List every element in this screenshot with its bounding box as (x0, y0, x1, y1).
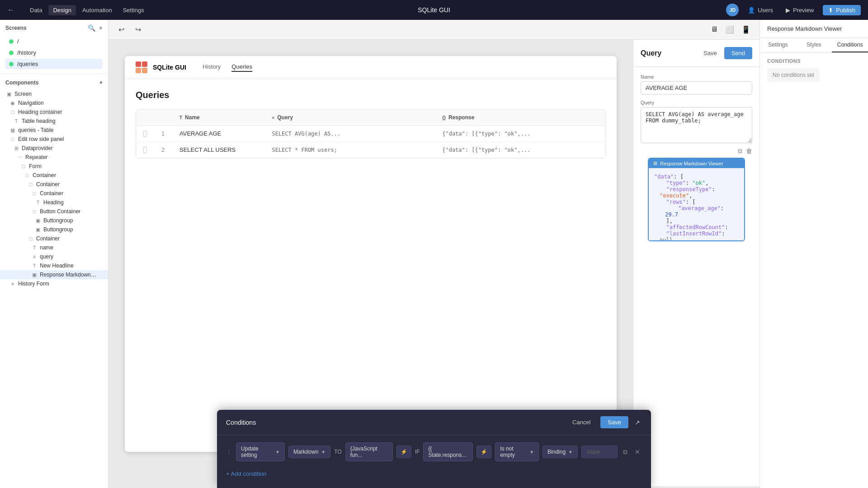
screen-item-queries[interactable]: /queries (5, 59, 103, 69)
value-field[interactable]: Value (581, 446, 618, 458)
tab-styles[interactable]: Styles (796, 38, 832, 52)
tab-conditions[interactable]: Conditions (832, 38, 868, 52)
screen-dot (9, 39, 14, 44)
redo-button[interactable]: ↪ (132, 24, 144, 35)
nav-tab-automation[interactable]: Automation (78, 5, 117, 15)
back-button[interactable]: ← (7, 6, 14, 14)
copy-icon[interactable]: ⧉ (738, 147, 742, 155)
tree-item-name[interactable]: T name (0, 243, 108, 252)
operator-select[interactable]: Is not empty ▼ (495, 442, 539, 461)
table-row[interactable]: 1 AVERAGE AGE SELECT AVG(age) AS... {"da… (136, 126, 605, 142)
app-nav-history[interactable]: History (203, 63, 221, 72)
lightning-button-2[interactable]: ⚡ (476, 446, 491, 458)
add-screen-icon[interactable]: + (99, 24, 103, 32)
view-mode-buttons: 🖥 ⬜ 📱 (709, 23, 752, 36)
modal-header: Conditions Cancel Save ↗ (217, 410, 651, 435)
delete-row-button[interactable]: ✕ (633, 446, 642, 457)
checkbox[interactable] (143, 131, 147, 137)
tree-item-label: name (40, 244, 104, 251)
action-label: Update setting (241, 446, 273, 458)
query-panel-actions: Save Send (700, 47, 752, 59)
desktop-view-button[interactable]: 🖥 (709, 23, 720, 36)
preview-button[interactable]: ▶ Preview (782, 5, 817, 15)
query-name-input[interactable] (641, 81, 752, 94)
value-select[interactable]: {JavaScript fun... (345, 442, 393, 461)
tree-item-label: query (40, 253, 104, 260)
expand-icon[interactable]: ↗ (633, 417, 642, 428)
tree-item-history-form[interactable]: ≡ History Form (0, 279, 108, 288)
screen-item-history[interactable]: /history (5, 47, 103, 58)
json-line: "data": [ (654, 174, 739, 180)
binding-select[interactable]: {{ State.respons... (423, 442, 473, 461)
tree-item-container-1[interactable]: □ Container (0, 171, 108, 180)
tree-item-query[interactable]: ≡ query (0, 252, 108, 261)
response-viewer: ⊞ Response Markdown Viewer "data": [ "ty… (648, 158, 745, 241)
query-textarea[interactable] (641, 107, 752, 143)
delete-icon[interactable]: 🗑 (746, 147, 752, 155)
container-type-icon: □ (31, 209, 38, 214)
tree-item-button-container[interactable]: □ Button Container (0, 207, 108, 216)
tree-item-response-viewer[interactable]: ▣ Response Markdown Viewer ⋯ (0, 270, 108, 279)
tree-item-label: Heading container (18, 109, 104, 115)
tree-item-container-2[interactable]: □ Container (0, 180, 108, 189)
tree-item-repeater[interactable]: ⋯ Repeater (0, 153, 108, 162)
users-button[interactable]: 👤 Users (744, 5, 777, 15)
cancel-button[interactable]: Cancel (567, 416, 596, 428)
bind-type-select[interactable]: Binding ▼ (542, 446, 578, 458)
text-type-icon: T (34, 200, 42, 205)
tree-item-queries-table[interactable]: ▦ queries - Table (0, 126, 108, 135)
search-icon[interactable]: 🔍 (88, 24, 95, 32)
add-condition-button[interactable]: + Add condition (226, 469, 266, 479)
tree-item-form[interactable]: □ Form (0, 162, 108, 171)
chevron-down-icon: ▼ (275, 450, 280, 455)
app-nav-queries[interactable]: Queries (231, 63, 252, 72)
screen-dot (9, 51, 14, 55)
tree-item-dataprovider[interactable]: ⊞ Dataprovider (0, 144, 108, 153)
tree-item-buttongroup-1[interactable]: ▣ Buttongroup (0, 216, 108, 225)
tree-item-table-heading[interactable]: T Table heading (0, 117, 108, 126)
query-save-button[interactable]: Save (700, 48, 721, 58)
mobile-view-button[interactable]: 📱 (740, 23, 752, 36)
right-panel-title: Response Markdown Viewer (767, 25, 861, 32)
tree-item-new-headline[interactable]: T New Headline (0, 261, 108, 270)
lightning-button-1[interactable]: ⚡ (396, 446, 411, 458)
logo-sq-3 (136, 68, 141, 73)
logo-sq-1 (136, 61, 141, 67)
condition-row: ⋮ Update setting ▼ Markdown ▼ TO {JavaSc… (226, 442, 642, 461)
tree-item-label: Container (36, 235, 104, 242)
nav-tab-design[interactable]: Design (48, 5, 75, 15)
tree-item-label: Container (40, 190, 104, 197)
publish-button[interactable]: ⬆ Publish (823, 5, 861, 15)
action-select[interactable]: Update setting ▼ (236, 442, 285, 461)
add-component-icon[interactable]: + (99, 80, 103, 86)
tree-item-heading-container[interactable]: □ Heading container (0, 108, 108, 117)
target-select[interactable]: Markdown ▼ (288, 446, 330, 458)
td-check (136, 142, 154, 158)
tree-item-screen[interactable]: ▣ Screen (0, 89, 108, 99)
tree-item-label: Buttongroup (43, 226, 104, 233)
screen-type-icon: ▣ (5, 91, 13, 97)
tab-settings[interactable]: Settings (760, 38, 796, 52)
table-row[interactable]: 2 SELECT ALL USERS SELECT * FROM users; … (136, 142, 605, 158)
tablet-view-button[interactable]: ⬜ (723, 23, 736, 36)
copy-row-button[interactable]: ⧉ (621, 446, 629, 458)
tree-item-buttongroup-2[interactable]: ▣ Buttongroup (0, 225, 108, 234)
undo-button[interactable]: ↩ (116, 24, 127, 35)
tree-item-edit-row[interactable]: □ Edit row side panel (0, 135, 108, 144)
form-type-icon: ≡ (9, 281, 16, 286)
modal-save-button[interactable]: Save (600, 416, 628, 428)
tree-item-container-4[interactable]: □ Container (0, 234, 108, 243)
viewer-icon: ⊞ (653, 160, 657, 166)
nav-tab-settings[interactable]: Settings (118, 5, 149, 15)
nav-tab-data[interactable]: Data (25, 5, 47, 15)
name-col-icon: T (179, 115, 182, 120)
tree-item-navigation[interactable]: ◉ Navigation (0, 99, 108, 108)
screen-item-root[interactable]: / (5, 36, 103, 47)
drag-handle-icon[interactable]: ⋮ (226, 448, 232, 455)
tree-item-container-3[interactable]: □ Container (0, 189, 108, 198)
top-navigation: ← Data Design Automation Settings SQLite… (0, 0, 868, 20)
query-send-button[interactable]: Send (724, 47, 752, 59)
tree-item-heading[interactable]: T Heading (0, 198, 108, 207)
tree-item-label: Buttongroup (43, 217, 104, 224)
checkbox[interactable] (143, 147, 147, 153)
